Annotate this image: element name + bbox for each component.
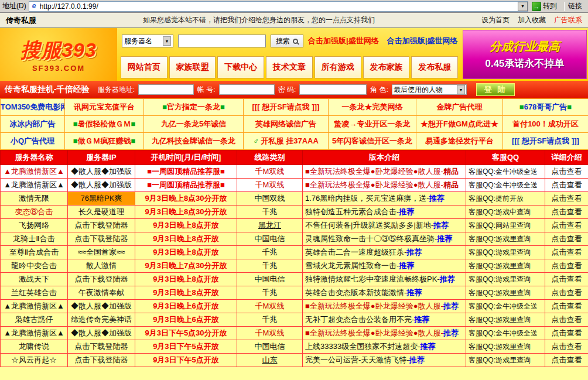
ad-link[interactable]: ♂ 开私服 挂37AAA — [244, 133, 329, 150]
server-name-cell[interactable]: 枭雄古惑仔 — [1, 313, 68, 327]
server-ip-cell[interactable]: ◆散人服◆加强版 — [68, 300, 135, 313]
ad-link[interactable]: 九亿一条龙5年诚信 — [144, 116, 244, 133]
server-ip-cell[interactable]: 长久是硬道理 — [68, 206, 135, 219]
server-ip-cell[interactable]: ◆散人服◆加强版 — [68, 179, 135, 192]
ad-link[interactable]: 讯网元宝充值平台 — [65, 99, 144, 116]
promo-banner[interactable]: 分成行业最高 0.45承诺永不掉单 — [463, 30, 587, 79]
ad-link[interactable]: 英雄网络诚信广告 — [244, 116, 329, 133]
detail-link[interactable]: 点击查看 — [545, 354, 588, 367]
top-link-2[interactable]: 广告联系 — [554, 15, 582, 25]
ad-link[interactable]: ■678哥哥广告■ — [503, 99, 588, 116]
server-name-cell[interactable]: 激战天下 — [1, 273, 68, 286]
nav-tab-0[interactable]: 网站首页 — [121, 56, 167, 78]
nav-tab-2[interactable]: 下载中心 — [217, 56, 264, 78]
account-input[interactable] — [219, 84, 275, 95]
open-time-cell: ■一周圆顶精品推荐服■ — [135, 179, 237, 192]
server-ip-cell[interactable]: 散人激情 — [68, 259, 135, 273]
line-type-cell[interactable]: 黑龙江 — [237, 219, 303, 232]
detail-link[interactable]: 点击查看 — [545, 219, 588, 232]
server-address-input[interactable] — [138, 84, 194, 95]
password-input[interactable] — [299, 84, 367, 95]
server-ip-cell[interactable]: 点击下载登陆器 — [68, 219, 135, 232]
ad-link[interactable]: ■暑假轻松做ＧＭ■ — [65, 116, 144, 133]
detail-link[interactable]: 点击查看 — [545, 165, 588, 179]
promo-link-0[interactable]: 合击加强版|盛世网络 — [308, 36, 379, 46]
detail-link[interactable]: 点击查看 — [545, 300, 588, 313]
detail-link[interactable]: 点击查看 — [545, 273, 588, 286]
address-dropdown-arrow[interactable]: ▼ — [518, 2, 528, 11]
server-name-cell[interactable]: 激情无限 — [1, 192, 68, 206]
server-name-cell[interactable]: 至尊Ⅱ合成合击 — [1, 246, 68, 259]
detail-link[interactable]: 点击查看 — [545, 286, 588, 300]
detail-link[interactable]: 点击查看 — [545, 313, 588, 327]
server-ip-cell[interactable]: ◆散人服◆加强版 — [68, 327, 135, 340]
detail-link[interactable]: 点击查看 — [545, 192, 588, 206]
server-name-cell[interactable]: ▲龙腾激情新区▲ — [1, 165, 68, 179]
ad-link[interactable]: 金牌广告代理 — [416, 99, 503, 116]
server-ip-cell[interactable]: 缔造传奇完美神话 — [68, 313, 135, 327]
detail-link[interactable]: 点击查看 — [545, 246, 588, 259]
nav-tab-3[interactable]: 技术文章 — [266, 56, 313, 78]
server-name-cell[interactable]: 变态⑧合击 — [1, 206, 68, 219]
ad-link[interactable]: 蛰凌→专业开区一条龙 — [329, 116, 416, 133]
server-name-cell[interactable]: 飞扬网络 — [1, 219, 68, 232]
server-name-cell[interactable]: ▲龙腾激情新区▲ — [1, 179, 68, 192]
open-time-cell: 9月3日下午5点30分开放 — [135, 327, 237, 340]
ad-link[interactable]: 冰冰内部广告 — [1, 116, 65, 133]
login-button[interactable]: 登 陆 — [476, 83, 515, 96]
detail-link[interactable]: 点击查看 — [545, 259, 588, 273]
open-time-cell: 9月3日晚上8点开放 — [135, 273, 237, 286]
search-type-select[interactable]: 服务器名 ▼ — [122, 35, 173, 47]
server-ip-cell[interactable]: ≈≈全国首家≈≈ — [68, 246, 135, 259]
role-select[interactable]: 最后使用的人物 ▼ — [392, 84, 467, 95]
ad-link[interactable]: TOM350免费电影网 — [1, 99, 65, 116]
nav-tab-1[interactable]: 家族联盟 — [169, 56, 216, 78]
server-name-cell[interactable]: ▲龙腾激情新区▲ — [1, 327, 68, 340]
site-logo[interactable]: 搜服393 SF393.COM — [0, 28, 117, 81]
detail-link[interactable]: 点击查看 — [545, 179, 588, 192]
top-link-1[interactable]: 加入收藏 — [518, 15, 546, 25]
detail-link[interactable]: 点击查看 — [545, 340, 588, 354]
search-input[interactable] — [178, 35, 266, 47]
server-ip-cell[interactable]: 点击下载登陆器 — [68, 354, 135, 367]
detail-link[interactable]: 点击查看 — [545, 327, 588, 340]
address-input[interactable]: e http://127.0.0.1:99/ ▼ — [29, 1, 528, 12]
server-ip-cell[interactable]: 点击下载登陆器 — [68, 273, 135, 286]
detail-link[interactable]: 点击查看 — [545, 232, 588, 246]
ad-link[interactable]: ★想开F做GM点此进★ — [416, 116, 503, 133]
top-link-0[interactable]: 设为首页 — [481, 15, 510, 25]
search-button[interactable]: 搜索 — [271, 35, 303, 47]
server-name-cell[interactable]: 兰红英雄合击 — [1, 286, 68, 300]
server-ip-cell[interactable]: 点击下载登陆器 — [68, 340, 135, 354]
ad-link[interactable]: ■做ＧＭ疯狂赚钱■ — [65, 133, 144, 150]
ad-link[interactable]: [[[ 想开SF请点我 ]]] — [244, 99, 329, 116]
server-ip-cell[interactable]: 午夜激情奉献 — [68, 286, 135, 300]
line-type-cell[interactable]: 山东 — [237, 354, 303, 367]
ad-link[interactable]: 一条龙★完美网络 — [329, 99, 416, 116]
nav-tab-6[interactable]: 发布私服 — [411, 56, 458, 78]
nav-tab-4[interactable]: 所有游戏 — [314, 56, 361, 78]
server-name-cell[interactable]: ☆风云再起☆ — [1, 354, 68, 367]
search-type-value: 服务器名 — [124, 36, 152, 46]
server-ip-cell[interactable]: ◆散人服◆加强版 — [68, 165, 135, 179]
server-ip-cell[interactable]: 76黑暗PK爽 — [68, 192, 135, 206]
server-table-body: ▲龙腾激情新区▲◆散人服◆加强版■一周圆顶精品推荐服■千M双线■全新玩法终极全爆… — [1, 165, 588, 367]
server-name-cell[interactable]: ▲龙腾激情新区▲ — [1, 300, 68, 313]
promo-link-1[interactable]: 合击加强版|盛世网络 — [387, 36, 458, 46]
go-button[interactable]: → 转到 — [531, 1, 560, 12]
links-toolbar[interactable]: 链接 — [568, 1, 586, 11]
ad-link[interactable]: ■官方指定一条龙■ — [144, 99, 244, 116]
server-ip-cell[interactable]: 点击下载登陆器 — [68, 232, 135, 246]
ad-link[interactable]: [[[ 想开SF请点我 ]]] — [503, 133, 588, 150]
address-label: 地址(D) — [2, 1, 26, 11]
ad-link[interactable]: 5年闪客诚信开区一条龙 — [329, 133, 416, 150]
ad-link[interactable]: 小Q广告代理 — [1, 133, 65, 150]
detail-link[interactable]: 点击查看 — [545, 206, 588, 219]
ad-link[interactable]: 首付100！成功开区 — [503, 116, 588, 133]
ad-link[interactable]: 九亿科技金牌诚信一条龙 — [144, 133, 244, 150]
server-name-cell[interactable]: 龍吟中变合击 — [1, 259, 68, 273]
ad-link[interactable]: 易通多途径发行平台 — [416, 133, 503, 150]
server-name-cell[interactable]: 龙啸传说 — [1, 340, 68, 354]
server-name-cell[interactable]: 龙骑士Ⅱ合击 — [1, 232, 68, 246]
nav-tab-5[interactable]: 发布家族 — [363, 56, 410, 78]
